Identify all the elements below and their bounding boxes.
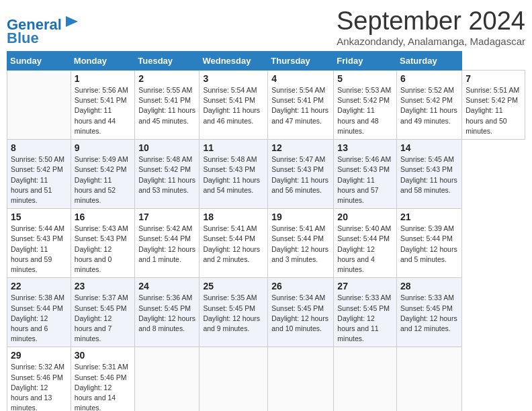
logo-blue: Blue bbox=[7, 30, 39, 46]
month-title: September 2024 bbox=[337, 7, 525, 36]
day-number: 17 bbox=[138, 212, 195, 222]
day-info: Sunrise: 5:43 AMSunset: 5:43 PMDaylight:… bbox=[75, 224, 131, 275]
day-number: 19 bbox=[271, 212, 330, 222]
location-subtitle: Ankazondandy, Analamanga, Madagascar bbox=[337, 36, 525, 47]
day-number: 1 bbox=[75, 73, 131, 84]
day-number: 6 bbox=[400, 73, 458, 84]
calendar-day-cell: 20Sunrise: 5:40 AMSunset: 5:44 PMDayligh… bbox=[334, 209, 397, 278]
day-info: Sunrise: 5:41 AMSunset: 5:44 PMDaylight:… bbox=[203, 224, 264, 265]
calendar-day-cell: 6Sunrise: 5:52 AMSunset: 5:42 PMDaylight… bbox=[397, 71, 462, 140]
calendar-day-cell: 18Sunrise: 5:41 AMSunset: 5:44 PMDayligh… bbox=[200, 209, 268, 278]
calendar-day-cell: 16Sunrise: 5:43 AMSunset: 5:43 PMDayligh… bbox=[71, 209, 134, 278]
day-number: 8 bbox=[11, 142, 67, 153]
day-number: 3 bbox=[203, 73, 264, 84]
calendar-day-cell: 23Sunrise: 5:37 AMSunset: 5:45 PMDayligh… bbox=[71, 278, 134, 347]
day-info: Sunrise: 5:48 AMSunset: 5:42 PMDaylight:… bbox=[138, 154, 195, 195]
calendar-day-cell: 1Sunrise: 5:56 AMSunset: 5:41 PMDaylight… bbox=[71, 71, 134, 140]
calendar-day-cell: 14Sunrise: 5:45 AMSunset: 5:43 PMDayligh… bbox=[397, 140, 462, 209]
calendar-week-row: 8Sunrise: 5:50 AMSunset: 5:42 PMDaylight… bbox=[7, 140, 525, 209]
day-info: Sunrise: 5:38 AMSunset: 5:44 PMDaylight:… bbox=[11, 293, 67, 344]
empty-cell bbox=[334, 347, 397, 411]
day-info: Sunrise: 5:47 AMSunset: 5:43 PMDaylight:… bbox=[271, 154, 330, 195]
calendar-header-wednesday: Wednesday bbox=[200, 52, 268, 71]
day-info: Sunrise: 5:54 AMSunset: 5:41 PMDaylight:… bbox=[203, 85, 264, 126]
day-info: Sunrise: 5:48 AMSunset: 5:43 PMDaylight:… bbox=[203, 154, 264, 195]
calendar-header-thursday: Thursday bbox=[268, 52, 334, 71]
calendar-day-cell: 2Sunrise: 5:55 AMSunset: 5:41 PMDaylight… bbox=[135, 71, 200, 140]
day-info: Sunrise: 5:45 AMSunset: 5:43 PMDaylight:… bbox=[400, 154, 458, 195]
day-number: 7 bbox=[466, 73, 521, 84]
day-info: Sunrise: 5:40 AMSunset: 5:44 PMDaylight:… bbox=[337, 224, 393, 275]
day-info: Sunrise: 5:39 AMSunset: 5:44 PMDaylight:… bbox=[400, 224, 458, 265]
day-number: 30 bbox=[75, 350, 131, 361]
calendar-day-cell: 13Sunrise: 5:46 AMSunset: 5:43 PMDayligh… bbox=[334, 140, 397, 209]
calendar-week-row: 1Sunrise: 5:56 AMSunset: 5:41 PMDaylight… bbox=[7, 71, 525, 140]
day-info: Sunrise: 5:35 AMSunset: 5:45 PMDaylight:… bbox=[203, 293, 264, 334]
day-info: Sunrise: 5:52 AMSunset: 5:42 PMDaylight:… bbox=[400, 85, 458, 126]
calendar-day-cell: 27Sunrise: 5:33 AMSunset: 5:45 PMDayligh… bbox=[334, 278, 397, 347]
day-info: Sunrise: 5:41 AMSunset: 5:44 PMDaylight:… bbox=[271, 224, 330, 265]
day-info: Sunrise: 5:56 AMSunset: 5:41 PMDaylight:… bbox=[75, 85, 131, 136]
day-info: Sunrise: 5:33 AMSunset: 5:45 PMDaylight:… bbox=[337, 293, 393, 344]
empty-cell bbox=[7, 71, 71, 140]
calendar-day-cell: 30Sunrise: 5:31 AMSunset: 5:46 PMDayligh… bbox=[71, 347, 134, 411]
day-number: 18 bbox=[203, 212, 264, 222]
day-number: 22 bbox=[11, 281, 67, 291]
day-info: Sunrise: 5:55 AMSunset: 5:41 PMDaylight:… bbox=[138, 85, 195, 126]
empty-cell bbox=[200, 347, 268, 411]
day-number: 11 bbox=[203, 142, 264, 153]
calendar-day-cell: 4Sunrise: 5:54 AMSunset: 5:41 PMDaylight… bbox=[268, 71, 334, 140]
calendar-day-cell: 3Sunrise: 5:54 AMSunset: 5:41 PMDaylight… bbox=[200, 71, 268, 140]
day-number: 24 bbox=[138, 281, 195, 291]
calendar-header-tuesday: Tuesday bbox=[135, 52, 200, 71]
day-number: 2 bbox=[138, 73, 195, 84]
day-number: 25 bbox=[203, 281, 264, 291]
day-info: Sunrise: 5:53 AMSunset: 5:42 PMDaylight:… bbox=[337, 85, 393, 136]
day-number: 28 bbox=[400, 281, 458, 291]
calendar-week-row: 15Sunrise: 5:44 AMSunset: 5:43 PMDayligh… bbox=[7, 209, 525, 278]
day-number: 23 bbox=[75, 281, 131, 291]
calendar-day-cell: 8Sunrise: 5:50 AMSunset: 5:42 PMDaylight… bbox=[7, 140, 71, 209]
calendar-day-cell: 5Sunrise: 5:53 AMSunset: 5:42 PMDaylight… bbox=[334, 71, 397, 140]
calendar-day-cell: 12Sunrise: 5:47 AMSunset: 5:43 PMDayligh… bbox=[268, 140, 334, 209]
day-info: Sunrise: 5:51 AMSunset: 5:42 PMDaylight:… bbox=[466, 85, 521, 136]
day-number: 5 bbox=[337, 73, 393, 84]
day-number: 9 bbox=[75, 142, 131, 153]
calendar-week-row: 22Sunrise: 5:38 AMSunset: 5:44 PMDayligh… bbox=[7, 278, 525, 347]
logo-icon bbox=[60, 12, 79, 31]
day-number: 10 bbox=[138, 142, 195, 153]
calendar-day-cell: 24Sunrise: 5:36 AMSunset: 5:45 PMDayligh… bbox=[135, 278, 200, 347]
empty-cell bbox=[268, 347, 334, 411]
day-info: Sunrise: 5:33 AMSunset: 5:45 PMDaylight:… bbox=[400, 293, 458, 334]
calendar-day-cell: 26Sunrise: 5:34 AMSunset: 5:45 PMDayligh… bbox=[268, 278, 334, 347]
empty-cell bbox=[135, 347, 200, 411]
day-number: 26 bbox=[271, 281, 330, 291]
calendar-day-cell: 22Sunrise: 5:38 AMSunset: 5:44 PMDayligh… bbox=[7, 278, 71, 347]
page-header: General Blue September 2024 Ankazondandy… bbox=[7, 7, 525, 47]
day-number: 29 bbox=[11, 350, 67, 361]
title-area: September 2024 Ankazondandy, Analamanga,… bbox=[337, 7, 525, 47]
day-info: Sunrise: 5:32 AMSunset: 5:46 PMDaylight:… bbox=[11, 362, 67, 411]
calendar-day-cell: 29Sunrise: 5:32 AMSunset: 5:46 PMDayligh… bbox=[7, 347, 71, 411]
calendar-day-cell: 19Sunrise: 5:41 AMSunset: 5:44 PMDayligh… bbox=[268, 209, 334, 278]
day-info: Sunrise: 5:37 AMSunset: 5:45 PMDaylight:… bbox=[75, 293, 131, 344]
day-number: 15 bbox=[11, 212, 67, 222]
calendar-day-cell: 9Sunrise: 5:49 AMSunset: 5:42 PMDaylight… bbox=[71, 140, 134, 209]
day-info: Sunrise: 5:49 AMSunset: 5:42 PMDaylight:… bbox=[75, 154, 131, 205]
calendar-day-cell: 21Sunrise: 5:39 AMSunset: 5:44 PMDayligh… bbox=[397, 209, 462, 278]
day-info: Sunrise: 5:44 AMSunset: 5:43 PMDaylight:… bbox=[11, 224, 67, 275]
calendar-day-cell: 11Sunrise: 5:48 AMSunset: 5:43 PMDayligh… bbox=[200, 140, 268, 209]
day-number: 21 bbox=[400, 212, 458, 222]
calendar-header-friday: Friday bbox=[334, 52, 397, 71]
day-info: Sunrise: 5:34 AMSunset: 5:45 PMDaylight:… bbox=[271, 293, 330, 334]
day-info: Sunrise: 5:36 AMSunset: 5:45 PMDaylight:… bbox=[138, 293, 195, 334]
day-number: 14 bbox=[400, 142, 458, 153]
calendar-day-cell: 15Sunrise: 5:44 AMSunset: 5:43 PMDayligh… bbox=[7, 209, 71, 278]
day-number: 12 bbox=[271, 142, 330, 153]
calendar-header-saturday: Saturday bbox=[397, 52, 462, 71]
day-number: 16 bbox=[75, 212, 131, 222]
day-number: 13 bbox=[337, 142, 393, 153]
calendar-header-sunday: Sunday bbox=[7, 52, 71, 71]
calendar-day-cell: 28Sunrise: 5:33 AMSunset: 5:45 PMDayligh… bbox=[397, 278, 462, 347]
day-info: Sunrise: 5:54 AMSunset: 5:41 PMDaylight:… bbox=[271, 85, 330, 126]
